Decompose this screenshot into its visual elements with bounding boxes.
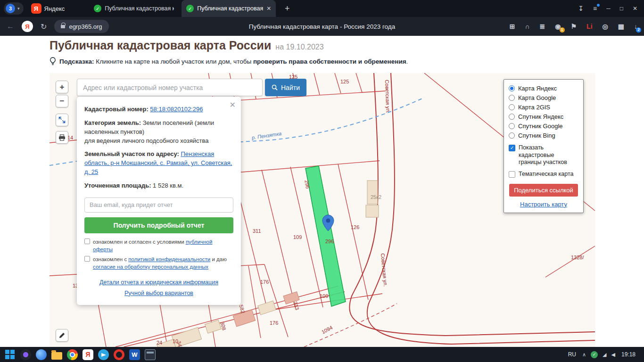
borders-checkbox[interactable]: [509, 145, 515, 151]
cadastral-number-row: Кадастровый номер: 58:18:0820102:296: [84, 105, 233, 114]
chevron-down-icon: ▾: [17, 6, 20, 11]
radio-icon: [509, 95, 515, 101]
yandex-search-icon[interactable]: Я: [22, 21, 33, 32]
share-link-button[interactable]: Поделиться ссылкой: [509, 184, 578, 197]
configure-map-link[interactable]: Настроить карту: [509, 201, 578, 208]
draw-button[interactable]: [56, 329, 68, 342]
menu-icon[interactable]: ≡: [593, 5, 597, 12]
layer-option[interactable]: Спутник Google: [509, 121, 578, 131]
map-search-bar: Найти: [77, 79, 306, 96]
search-button[interactable]: Найти: [265, 79, 306, 96]
word-icon[interactable]: W: [129, 349, 140, 360]
start-button[interactable]: [5, 349, 16, 360]
layer-option-label: Карта Google: [518, 94, 556, 101]
tray-chevron-icon[interactable]: ∧: [582, 352, 586, 358]
downloads-icon[interactable]: ↓2: [634, 23, 637, 30]
alice-search-icon[interactable]: [20, 349, 31, 360]
badge: 1: [560, 27, 565, 33]
browser-sphere-icon[interactable]: [36, 349, 47, 360]
tray-icons: ∧✓◢◀: [582, 351, 615, 358]
fullscreen-button[interactable]: [56, 114, 68, 126]
popup-close-icon[interactable]: ✕: [230, 100, 236, 109]
thematic-checkbox[interactable]: [509, 171, 515, 178]
tab-close-icon[interactable]: ✕: [266, 5, 271, 12]
map-label: 109: [293, 234, 302, 240]
profile-lock-icon[interactable]: ◉1: [555, 23, 561, 30]
zoom-out-button[interactable]: −: [56, 95, 68, 107]
expand-icon: [58, 116, 66, 123]
map-label: р. Пензятка: [251, 131, 282, 140]
hint-text: Подсказка: Кликните на карте на любой уч…: [59, 58, 408, 65]
refresh-icon[interactable]: ↻: [41, 22, 47, 31]
radio-icon: [509, 123, 515, 129]
headphones-icon[interactable]: ∩: [525, 23, 529, 30]
layer-option-label: Карта 2GIS: [518, 104, 550, 111]
layer-option[interactable]: Карта 2GIS: [509, 102, 578, 112]
offer-consent-row: ознакомлен и согласен с условиями публич…: [84, 238, 233, 253]
borders-checkbox-row[interactable]: Показать кадастровые границы участков: [509, 144, 578, 166]
manual-select-link[interactable]: Ручной выбор вариантов: [124, 290, 193, 296]
print-button[interactable]: [56, 131, 68, 144]
tab-label: Публичная кадастровая к: [105, 5, 174, 12]
li-extension-icon[interactable]: Li: [586, 23, 592, 30]
layer-option[interactable]: Карта Яндекс: [509, 83, 578, 93]
thematic-checkbox-row[interactable]: Тематическая карта: [509, 171, 578, 178]
clock: 19:18: [621, 351, 636, 358]
layer-option[interactable]: Карта Google: [509, 93, 578, 102]
cadastral-number-link[interactable]: 58:18:0820102:296: [150, 106, 203, 113]
apps-grid-icon[interactable]: ⊞: [510, 23, 515, 30]
email-field[interactable]: [84, 197, 233, 213]
privacy-consent-row: ознакомлен с политикой конфиденциальност…: [84, 255, 233, 271]
close-window-button[interactable]: ✕: [633, 5, 637, 12]
location-pin-icon[interactable]: [322, 214, 334, 233]
minimize-button[interactable]: ─: [606, 5, 611, 12]
file-explorer-icon[interactable]: [51, 352, 62, 360]
map-label: 308: [219, 321, 227, 331]
reading-list-icon[interactable]: ≣: [540, 23, 545, 30]
yandex-logo-icon[interactable]: Я: [31, 3, 41, 14]
area-row: Уточненная площадь: 1 528 кв.м.: [84, 181, 233, 190]
network-icon[interactable]: ◢: [603, 352, 606, 358]
offer-checkbox[interactable]: [84, 239, 90, 244]
telegram-icon[interactable]: [98, 349, 109, 360]
search-input[interactable]: [77, 79, 263, 96]
map-label: 582: [238, 304, 246, 314]
get-report-button[interactable]: Получить подробный отчет: [84, 217, 233, 233]
report-details-link[interactable]: Детали отчета и юридическая информация: [99, 279, 218, 286]
yandex-search-icon[interactable]: Я: [83, 349, 93, 360]
zoom-in-button[interactable]: +: [56, 81, 68, 93]
map-label: 125: [340, 79, 349, 84]
volume-icon[interactable]: ◀: [611, 352, 615, 358]
badge: 2: [636, 27, 641, 33]
popup-footer-links: Детали отчета и юридическая информация Р…: [84, 277, 233, 298]
remote-window-icon[interactable]: [145, 349, 156, 360]
layer-options: Карта ЯндексКарта GoogleКарта 2GISСпутни…: [509, 83, 578, 140]
tab-kadastr-2-active[interactable]: ✓ Публичная кадастровая ✕: [182, 0, 276, 17]
privacy-checkbox[interactable]: [84, 256, 90, 262]
back-icon[interactable]: ←: [7, 22, 14, 31]
maximize-button[interactable]: □: [620, 5, 623, 12]
bookmark-icon[interactable]: ⚑: [571, 23, 577, 30]
profile-chip[interactable]: 3 ▾: [4, 2, 24, 15]
map-label: 176: [260, 279, 269, 285]
new-tab-button[interactable]: +: [281, 2, 294, 15]
map-label: 311: [253, 228, 261, 234]
privacy-link[interactable]: политикой конфиденциальности: [128, 256, 210, 262]
bulb-icon: [50, 57, 56, 66]
tab-kadastr-1[interactable]: ✓ Публичная кадастровая к: [89, 0, 179, 17]
opera-icon[interactable]: [114, 349, 124, 360]
zen-icon[interactable]: ◎: [603, 23, 608, 30]
language-indicator[interactable]: RU: [568, 351, 576, 358]
tab-favicon-check-icon: ✓: [186, 5, 194, 12]
chrome-icon[interactable]: [67, 349, 78, 360]
lock-icon: [61, 25, 65, 28]
extensions-icon[interactable]: ▩: [618, 23, 624, 30]
personal-data-link[interactable]: согласие на обработку персональных данны…: [93, 264, 208, 270]
tab-count-badge: 3: [6, 4, 15, 13]
layer-option[interactable]: Спутник Яндекс: [509, 112, 578, 121]
defender-shield-icon[interactable]: ✓: [591, 351, 598, 358]
layer-option[interactable]: Спутник Bing: [509, 131, 578, 140]
url-bar[interactable]: egrp365.org: [54, 20, 108, 33]
search-button-label: Найти: [281, 84, 300, 91]
downloads-panel-icon[interactable]: ↧: [578, 5, 584, 12]
